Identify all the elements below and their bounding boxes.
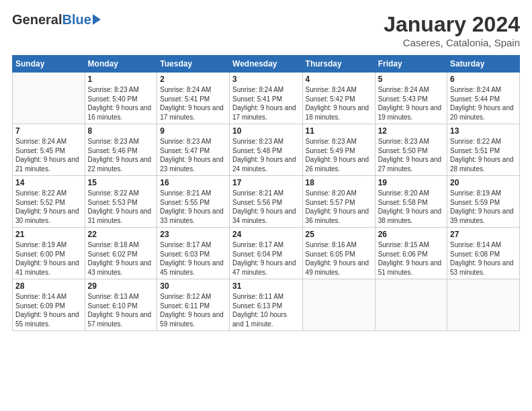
day-number: 14 [15,178,82,187]
day-number: 17 [232,178,300,187]
sunrise-text: Sunrise: 8:24 AM [232,86,283,93]
sunrise-text: Sunrise: 8:20 AM [378,189,429,197]
logo-arrow-icon [93,14,101,25]
sunset-text: Sunset: 5:57 PM [306,199,355,206]
day-info: Sunrise: 8:17 AMSunset: 6:03 PMDaylight:… [160,240,226,277]
sunset-text: Sunset: 5:50 PM [378,147,428,154]
day-info: Sunrise: 8:24 AMSunset: 5:42 PMDaylight:… [306,85,372,122]
sunset-text: Sunset: 6:06 PM [378,250,428,258]
sunrise-text: Sunrise: 8:17 AM [232,241,283,248]
daylight-text: Daylight: 9 hours and 38 minutes. [378,208,442,224]
day-info: Sunrise: 8:19 AMSunset: 6:00 PMDaylight:… [15,240,82,277]
daylight-text: Daylight: 9 hours and 39 minutes. [450,208,514,224]
subtitle: Caseres, Catalonia, Spain [384,37,520,48]
daylight-text: Daylight: 9 hours and 26 minutes. [306,156,369,173]
table-row: 18Sunrise: 8:20 AMSunset: 5:57 PMDayligh… [302,176,375,228]
day-info: Sunrise: 8:14 AMSunset: 6:08 PMDaylight:… [450,240,517,277]
sunrise-text: Sunrise: 8:23 AM [160,138,211,145]
day-number: 27 [450,230,517,239]
day-info: Sunrise: 8:22 AMSunset: 5:53 PMDaylight:… [88,189,154,225]
day-info: Sunrise: 8:16 AMSunset: 6:05 PMDaylight:… [306,240,372,277]
daylight-text: Daylight: 9 hours and 22 minutes. [88,156,152,173]
day-info: Sunrise: 8:20 AMSunset: 5:58 PMDaylight:… [378,189,444,225]
week-row-2: 7Sunrise: 8:24 AMSunset: 5:45 PMDaylight… [13,124,520,176]
day-info: Sunrise: 8:19 AMSunset: 5:59 PMDaylight:… [450,189,517,225]
daylight-text: Daylight: 9 hours and 20 minutes. [450,104,514,121]
col-tuesday: Tuesday [157,56,230,73]
daylight-text: Daylight: 9 hours and 24 minutes. [232,156,296,173]
day-info: Sunrise: 8:18 AMSunset: 6:02 PMDaylight:… [88,240,154,277]
day-number: 6 [450,75,517,84]
logo-general-text: General [12,12,62,28]
daylight-text: Daylight: 9 hours and 28 minutes. [450,156,514,173]
day-info: Sunrise: 8:23 AMSunset: 5:40 PMDaylight:… [88,85,154,122]
daylight-text: Daylight: 9 hours and 59 minutes. [160,311,224,328]
day-number: 22 [88,230,154,239]
table-row: 20Sunrise: 8:19 AMSunset: 5:59 PMDayligh… [447,176,520,228]
daylight-text: Daylight: 9 hours and 47 minutes. [232,259,296,276]
sunrise-text: Sunrise: 8:14 AM [15,293,66,300]
day-info: Sunrise: 8:23 AMSunset: 5:48 PMDaylight:… [232,137,300,173]
sunrise-text: Sunrise: 8:12 AM [160,293,211,300]
daylight-text: Daylight: 9 hours and 57 minutes. [88,311,152,328]
daylight-text: Daylight: 9 hours and 53 minutes. [450,259,514,276]
day-info: Sunrise: 8:15 AMSunset: 6:06 PMDaylight:… [378,240,444,277]
daylight-text: Daylight: 9 hours and 49 minutes. [306,259,369,276]
page: General Blue January 2024 Caseres, Catal… [0,0,532,411]
col-monday: Monday [85,56,157,73]
day-number: 30 [160,281,226,291]
table-row: 21Sunrise: 8:19 AMSunset: 6:00 PMDayligh… [13,228,85,279]
daylight-text: Daylight: 9 hours and 21 minutes. [15,156,79,173]
table-row: 10Sunrise: 8:23 AMSunset: 5:48 PMDayligh… [230,124,303,176]
daylight-text: Daylight: 9 hours and 27 minutes. [378,156,442,173]
sunrise-text: Sunrise: 8:20 AM [306,189,357,197]
sunset-text: Sunset: 5:40 PM [88,95,138,103]
sunset-text: Sunset: 5:42 PM [306,95,355,103]
daylight-text: Daylight: 9 hours and 19 minutes. [378,104,442,121]
sunrise-text: Sunrise: 8:23 AM [88,86,139,93]
day-info: Sunrise: 8:24 AMSunset: 5:41 PMDaylight:… [160,85,226,122]
sunset-text: Sunset: 5:56 PM [232,199,282,206]
sunset-text: Sunset: 6:11 PM [160,302,210,310]
sunset-text: Sunset: 6:08 PM [450,250,500,258]
table-row: 30Sunrise: 8:12 AMSunset: 6:11 PMDayligh… [157,279,230,331]
col-thursday: Thursday [302,56,375,73]
table-row: 29Sunrise: 8:13 AMSunset: 6:10 PMDayligh… [85,279,157,331]
day-info: Sunrise: 8:21 AMSunset: 5:55 PMDaylight:… [160,189,226,225]
sunset-text: Sunset: 6:10 PM [88,302,138,310]
daylight-text: Daylight: 9 hours and 51 minutes. [378,259,442,276]
sunrise-text: Sunrise: 8:24 AM [306,86,357,93]
sunset-text: Sunset: 5:55 PM [160,199,210,206]
sunrise-text: Sunrise: 8:18 AM [88,241,139,248]
daylight-text: Daylight: 9 hours and 41 minutes. [15,259,79,276]
sunrise-text: Sunrise: 8:22 AM [450,138,501,145]
day-number: 26 [378,230,444,239]
table-row: 2Sunrise: 8:24 AMSunset: 5:41 PMDaylight… [157,73,230,124]
table-row: 16Sunrise: 8:21 AMSunset: 5:55 PMDayligh… [157,176,230,228]
calendar: Sunday Monday Tuesday Wednesday Thursday… [12,55,520,331]
week-row-3: 14Sunrise: 8:22 AMSunset: 5:52 PMDayligh… [13,176,520,228]
table-row: 11Sunrise: 8:23 AMSunset: 5:49 PMDayligh… [302,124,375,176]
day-info: Sunrise: 8:21 AMSunset: 5:56 PMDaylight:… [232,189,300,225]
daylight-text: Daylight: 9 hours and 45 minutes. [160,259,224,276]
table-row: 9Sunrise: 8:23 AMSunset: 5:47 PMDaylight… [157,124,230,176]
day-number: 21 [15,230,82,239]
logo: General Blue [12,12,101,28]
day-number: 24 [232,230,300,239]
sunrise-text: Sunrise: 8:22 AM [88,189,139,197]
daylight-text: Daylight: 9 hours and 18 minutes. [306,104,369,121]
day-number: 9 [160,126,226,136]
sunrise-text: Sunrise: 8:19 AM [450,189,501,197]
day-info: Sunrise: 8:22 AMSunset: 5:52 PMDaylight:… [15,189,82,225]
daylight-text: Daylight: 9 hours and 17 minutes. [232,104,296,121]
day-info: Sunrise: 8:22 AMSunset: 5:51 PMDaylight:… [450,137,517,173]
table-row: 6Sunrise: 8:24 AMSunset: 5:44 PMDaylight… [447,73,520,124]
day-number: 13 [450,126,517,136]
day-number: 16 [160,178,226,187]
daylight-text: Daylight: 9 hours and 17 minutes. [160,104,224,121]
day-info: Sunrise: 8:24 AMSunset: 5:45 PMDaylight:… [15,137,82,173]
day-number: 2 [160,75,226,84]
day-number: 3 [232,75,300,84]
table-row: 19Sunrise: 8:20 AMSunset: 5:58 PMDayligh… [375,176,447,228]
sunrise-text: Sunrise: 8:21 AM [232,189,283,197]
